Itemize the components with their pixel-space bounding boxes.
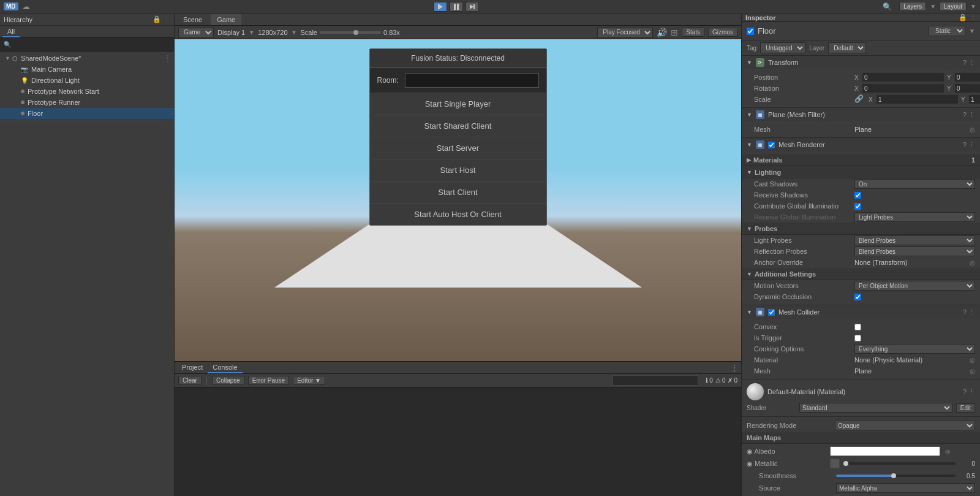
materials-section-label[interactable]: ▶ Materials 1 [742, 154, 980, 166]
tab-project[interactable]: Project [177, 362, 208, 373]
speaker-icon[interactable]: 🔊 [657, 28, 667, 37]
collapse-button[interactable]: Collapse [212, 376, 244, 385]
console-search-input[interactable] [612, 375, 698, 386]
menu-icon[interactable]: ⋮ [968, 111, 975, 119]
md-badge[interactable]: MD [4, 2, 18, 10]
receive-shadows-checkbox[interactable] [854, 192, 861, 199]
light-probes-select[interactable]: Blend Probes [854, 235, 975, 245]
link-icon[interactable]: ◎ [970, 368, 975, 375]
play-focused-select[interactable]: Play Focused [597, 27, 653, 38]
menu-icon-inspector[interactable]: ⋮ [970, 13, 976, 21]
hierarchy-item-dir-light[interactable]: 💡 Directional Light [0, 75, 174, 86]
rendering-mode-select[interactable]: Opaque [835, 421, 975, 430]
info-icon[interactable]: ? [963, 388, 967, 396]
cooking-options-select[interactable]: Everything [854, 344, 975, 354]
metallic-slider[interactable] [843, 462, 956, 465]
transform-header[interactable]: ▼ ⟳ Transform ? ⋮ [742, 56, 980, 69]
mesh-renderer-checkbox[interactable] [768, 142, 775, 148]
start-server-button[interactable]: Start Server [370, 137, 546, 159]
scale-slider[interactable] [320, 31, 381, 34]
start-single-player-button[interactable]: Start Single Player [370, 93, 546, 115]
menu-icon[interactable]: ⋮ [968, 141, 975, 149]
static-select[interactable]: Static [929, 26, 965, 36]
tab-scene[interactable]: Scene [177, 14, 208, 25]
convex-checkbox[interactable] [854, 324, 861, 330]
editor-button[interactable]: Editor ▼ [293, 376, 325, 385]
pos-y-input[interactable]: 0 [954, 72, 980, 82]
cloud-icon[interactable]: ☁ [22, 2, 30, 11]
layers-button[interactable]: Layers [899, 2, 926, 11]
reflection-probes-select[interactable]: Blend Probes [854, 246, 975, 256]
game-select[interactable]: Game [178, 27, 214, 38]
start-client-button[interactable]: Start Client [370, 181, 546, 204]
is-trigger-checkbox[interactable] [854, 335, 861, 341]
lock-icon[interactable]: 🔒 [153, 15, 161, 23]
tab-game[interactable]: Game [211, 14, 241, 25]
start-shared-client-button[interactable]: Start Shared Client [370, 115, 546, 137]
object-enabled-checkbox[interactable] [747, 28, 754, 35]
hierarchy-item-floor[interactable]: Floor [0, 108, 174, 119]
receive-gi-select[interactable]: Light Probes [854, 212, 975, 222]
hierarchy-item-runner[interactable]: Prototype Runner [0, 97, 174, 108]
mesh-collider-checkbox[interactable] [768, 309, 775, 316]
contribute-gi-checkbox[interactable] [854, 203, 861, 210]
tab-all[interactable]: All [2, 26, 20, 37]
menu-icon[interactable]: ⋮ [968, 59, 975, 67]
cast-shadows-select[interactable]: On [854, 179, 975, 189]
info-icon[interactable]: ? [963, 59, 967, 67]
clear-button[interactable]: Clear [178, 376, 202, 385]
start-host-button[interactable]: Start Host [370, 159, 546, 181]
rot-x-input[interactable]: 0 [862, 83, 944, 93]
bottom-menu-icon[interactable]: ⋮ [730, 363, 739, 373]
step-button[interactable] [466, 2, 479, 12]
mesh-renderer-header[interactable]: ▼ ▦ Mesh Renderer ? ⋮ [742, 138, 980, 151]
object-name[interactable]: Floor [758, 26, 925, 36]
shader-select[interactable]: Standard [799, 403, 952, 413]
scene-menu-icon[interactable]: ⋮ [164, 54, 172, 63]
hierarchy-item-main-camera[interactable]: 📷 Main Camera [0, 64, 174, 75]
scale-x-input[interactable]: 1 [876, 94, 959, 104]
mesh-filter-header[interactable]: ▼ ▦ Plane (Mesh Filter) ? ⋮ [742, 108, 980, 121]
metallic-thumb[interactable] [830, 459, 840, 468]
menu-icon[interactable]: ⋮ [968, 388, 975, 396]
additional-settings-label[interactable]: ▼ Additional Settings [742, 268, 980, 280]
motion-vectors-select[interactable]: Per Object Motion [854, 281, 975, 291]
pos-x-input[interactable]: 0 [862, 72, 944, 82]
mesh-collider-header[interactable]: ▼ ▦ Mesh Collider ? ⋮ [742, 305, 980, 319]
dynamic-occlusion-checkbox[interactable] [854, 294, 861, 300]
link-icon[interactable]: ◎ [970, 259, 975, 266]
layout-button[interactable]: Layout [940, 2, 967, 11]
albedo-link[interactable]: ◎ [945, 448, 951, 455]
info-icon[interactable]: ? [963, 141, 967, 149]
tab-console[interactable]: Console [208, 362, 242, 373]
lighting-section-label[interactable]: ▼ Lighting [742, 166, 980, 178]
stats-button[interactable]: Stats [682, 28, 704, 37]
lock-icon-inspector[interactable]: 🔒 [959, 13, 967, 21]
hierarchy-scene-root[interactable]: ▼ ⬡ SharedModeScene* ⋮ [0, 53, 174, 64]
maximize-icon[interactable]: ⊞ [671, 28, 678, 37]
edit-button[interactable]: Edit [956, 403, 975, 413]
play-button[interactable] [434, 2, 447, 12]
source-select[interactable]: Metallic Alpha [836, 483, 975, 493]
hierarchy-search-input[interactable] [13, 41, 170, 48]
room-input[interactable] [405, 73, 539, 88]
gizmos-button[interactable]: Gizmos [708, 28, 737, 37]
search-icon[interactable]: 🔍 [883, 2, 892, 11]
start-auto-button[interactable]: Start Auto Host Or Client [370, 204, 546, 225]
menu-icon[interactable]: ⋮ [164, 15, 170, 23]
menu-icon[interactable]: ⋮ [968, 308, 975, 316]
info-icon[interactable]: ? [963, 308, 967, 316]
hierarchy-item-network-start[interactable]: Prototype Network Start [0, 86, 174, 97]
link-icon[interactable]: ◎ [970, 357, 975, 364]
scale-y-input[interactable]: 1 [968, 94, 980, 104]
pause-button[interactable] [450, 2, 463, 12]
tag-select[interactable]: Untagged [760, 42, 805, 53]
rot-y-input[interactable]: 0 [954, 83, 980, 93]
error-pause-button[interactable]: Error Pause [248, 376, 289, 385]
info-icon[interactable]: ? [963, 111, 967, 119]
smoothness-slider[interactable] [836, 475, 956, 477]
probes-section-label[interactable]: ▼ Probes [742, 223, 980, 235]
link-icon[interactable]: ◎ [970, 126, 975, 133]
lock-scale-icon[interactable]: 🔗 [854, 94, 864, 104]
albedo-color[interactable] [830, 446, 940, 456]
